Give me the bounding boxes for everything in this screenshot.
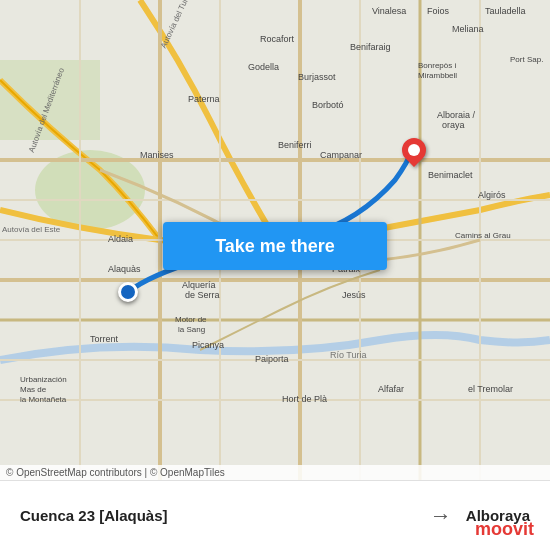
moovit-brand-text: moovit <box>475 519 534 540</box>
svg-text:Alboraia /: Alboraia / <box>437 110 476 120</box>
svg-text:Alfafar: Alfafar <box>378 384 404 394</box>
attribution-text: © OpenStreetMap contributors | © OpenMap… <box>6 467 225 478</box>
svg-text:Río Turia: Río Turia <box>330 350 367 360</box>
from-label: Cuenca 23 [Alaquàs] <box>20 507 416 524</box>
svg-text:Borbotó: Borbotó <box>312 100 344 110</box>
svg-text:Beniferri: Beniferri <box>278 140 312 150</box>
svg-text:Foios: Foios <box>427 6 450 16</box>
svg-text:Picanya: Picanya <box>192 340 224 350</box>
svg-text:Vinalesa: Vinalesa <box>372 6 406 16</box>
button-label: Take me there <box>215 236 335 257</box>
svg-text:la Montañeta: la Montañeta <box>20 395 67 404</box>
svg-text:Campanar: Campanar <box>320 150 362 160</box>
bottom-bar: Cuenca 23 [Alaquàs] → Alboraya moovit <box>0 480 550 550</box>
svg-text:Mirambbell: Mirambbell <box>418 71 457 80</box>
svg-text:oraya: oraya <box>442 120 465 130</box>
svg-text:Urbanización: Urbanización <box>20 375 67 384</box>
svg-text:Tauladella: Tauladella <box>485 6 526 16</box>
moovit-logo: moovit <box>475 519 534 540</box>
svg-text:Jesús: Jesús <box>342 290 366 300</box>
svg-text:Godella: Godella <box>248 62 279 72</box>
map-container: Vinalesa Foios Tauladella Rocafort Benif… <box>0 0 550 480</box>
from-section: Cuenca 23 [Alaquàs] <box>20 507 416 524</box>
svg-text:Burjassot: Burjassot <box>298 72 336 82</box>
svg-text:de Serra: de Serra <box>185 290 220 300</box>
svg-text:la Sang: la Sang <box>178 325 205 334</box>
svg-text:Paterna: Paterna <box>188 94 220 104</box>
svg-text:Torrent: Torrent <box>90 334 119 344</box>
svg-text:Alquería: Alquería <box>182 280 216 290</box>
svg-text:Bonrepòs i: Bonrepòs i <box>418 61 456 70</box>
take-me-there-button[interactable]: Take me there <box>163 222 387 270</box>
svg-text:Autovía del Este: Autovía del Este <box>2 225 61 234</box>
svg-text:Algirós: Algirós <box>478 190 506 200</box>
svg-text:Meliana: Meliana <box>452 24 484 34</box>
svg-text:Mas de: Mas de <box>20 385 47 394</box>
svg-text:Port Sap.: Port Sap. <box>510 55 543 64</box>
svg-text:Alaquàs: Alaquàs <box>108 264 141 274</box>
svg-text:Aldaia: Aldaia <box>108 234 133 244</box>
svg-text:Benifaraig: Benifaraig <box>350 42 391 52</box>
svg-text:Manises: Manises <box>140 150 174 160</box>
route-arrow: → <box>430 503 452 529</box>
svg-text:Hort de Plà: Hort de Plà <box>282 394 327 404</box>
origin-marker <box>118 282 138 302</box>
destination-marker <box>402 138 426 170</box>
svg-text:Rocafort: Rocafort <box>260 34 295 44</box>
map-attribution: © OpenStreetMap contributors | © OpenMap… <box>0 465 550 480</box>
svg-text:Benimaclet: Benimaclet <box>428 170 473 180</box>
svg-text:Paiporta: Paiporta <box>255 354 289 364</box>
svg-text:Camins al Grau: Camins al Grau <box>455 231 511 240</box>
svg-text:el Tremolar: el Tremolar <box>468 384 513 394</box>
svg-text:Motor de: Motor de <box>175 315 207 324</box>
